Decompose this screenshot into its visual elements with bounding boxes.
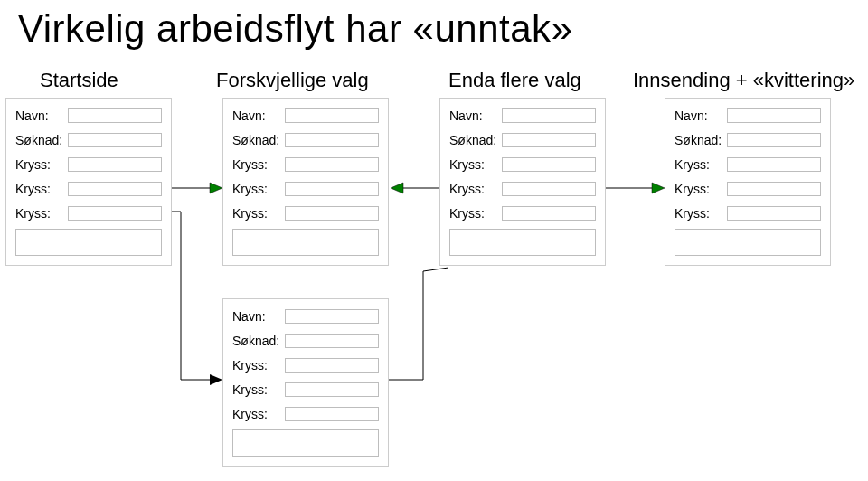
field-soknad[interactable] xyxy=(285,133,379,147)
field-navn[interactable] xyxy=(68,108,162,123)
label-kryss: Kryss: xyxy=(449,206,502,221)
column-header-start: Startside xyxy=(40,69,118,92)
field-navn[interactable] xyxy=(502,108,596,123)
card-start: Navn: Søknad: Kryss: Kryss: Kryss: xyxy=(5,98,172,266)
field-kryss[interactable] xyxy=(502,206,596,221)
svg-marker-3 xyxy=(652,183,665,193)
field-kryss[interactable] xyxy=(502,157,596,172)
label-soknad: Søknad: xyxy=(675,133,727,147)
card-flere: Navn: Søknad: Kryss: Kryss: Kryss: xyxy=(439,98,606,266)
field-large[interactable] xyxy=(232,429,379,457)
label-kryss: Kryss: xyxy=(449,182,502,196)
column-header-forskjellige: Forskvjellige valg xyxy=(216,69,369,92)
field-large[interactable] xyxy=(449,229,596,256)
label-kryss: Kryss: xyxy=(232,182,285,196)
field-large[interactable] xyxy=(232,229,379,256)
field-kryss[interactable] xyxy=(502,182,596,196)
label-kryss: Kryss: xyxy=(675,206,727,221)
label-navn: Navn: xyxy=(675,108,727,123)
field-kryss[interactable] xyxy=(285,182,379,196)
label-navn: Navn: xyxy=(449,108,502,123)
field-kryss[interactable] xyxy=(727,182,821,196)
label-kryss: Kryss: xyxy=(675,182,727,196)
field-kryss[interactable] xyxy=(285,407,379,421)
field-kryss[interactable] xyxy=(285,358,379,373)
label-soknad: Søknad: xyxy=(232,334,285,348)
label-kryss: Kryss: xyxy=(15,206,68,221)
field-large[interactable] xyxy=(15,229,162,256)
column-header-flere: Enda flere valg xyxy=(448,69,581,92)
svg-marker-4 xyxy=(210,374,222,385)
field-large[interactable] xyxy=(675,229,821,256)
field-soknad[interactable] xyxy=(68,133,162,147)
field-kryss[interactable] xyxy=(285,382,379,397)
field-kryss[interactable] xyxy=(727,157,821,172)
label-soknad: Søknad: xyxy=(449,133,502,147)
field-kryss[interactable] xyxy=(68,206,162,221)
card-unntak: Navn: Søknad: Kryss: Kryss: Kryss: xyxy=(222,298,389,467)
field-navn[interactable] xyxy=(285,108,379,123)
label-kryss: Kryss: xyxy=(232,382,285,397)
field-navn[interactable] xyxy=(727,108,821,123)
field-kryss[interactable] xyxy=(68,157,162,172)
label-soknad: Søknad: xyxy=(232,133,285,147)
card-forskjellige: Navn: Søknad: Kryss: Kryss: Kryss: xyxy=(222,98,389,266)
label-navn: Navn: xyxy=(232,108,285,123)
label-kryss: Kryss: xyxy=(232,407,285,421)
label-kryss: Kryss: xyxy=(675,157,727,172)
label-kryss: Kryss: xyxy=(15,157,68,172)
column-header-innsending: Innsending + «kvittering» xyxy=(633,69,854,92)
label-navn: Navn: xyxy=(15,108,68,123)
label-soknad: Søknad: xyxy=(15,133,68,147)
field-kryss[interactable] xyxy=(727,206,821,221)
field-soknad[interactable] xyxy=(727,133,821,147)
field-soknad[interactable] xyxy=(502,133,596,147)
field-navn[interactable] xyxy=(285,309,379,324)
field-soknad[interactable] xyxy=(285,334,379,348)
label-kryss: Kryss: xyxy=(232,358,285,373)
svg-marker-1 xyxy=(391,183,403,193)
field-kryss[interactable] xyxy=(285,206,379,221)
label-kryss: Kryss: xyxy=(15,182,68,196)
label-kryss: Kryss: xyxy=(232,206,285,221)
card-innsending: Navn: Søknad: Kryss: Kryss: Kryss: xyxy=(665,98,831,266)
label-kryss: Kryss: xyxy=(232,157,285,172)
page-title: Virkelig arbeidsflyt har «unntak» xyxy=(18,7,572,51)
label-navn: Navn: xyxy=(232,309,285,324)
svg-marker-0 xyxy=(210,183,222,193)
label-kryss: Kryss: xyxy=(449,157,502,172)
field-kryss[interactable] xyxy=(285,157,379,172)
field-kryss[interactable] xyxy=(68,182,162,196)
